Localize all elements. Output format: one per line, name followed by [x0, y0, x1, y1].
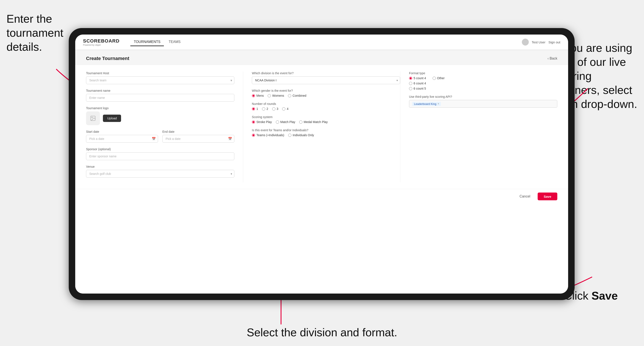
brand-subtitle: Powered by clippit [83, 44, 120, 46]
back-link[interactable]: ‹ Back [548, 57, 557, 60]
gender-womens-option[interactable]: Womens [268, 94, 284, 97]
rounds-1-label: 1 [256, 107, 258, 111]
tournament-name-input[interactable] [86, 94, 234, 102]
event-type-teams-radio[interactable] [252, 134, 255, 137]
end-date-input[interactable] [162, 135, 234, 143]
rounds-group: Number of rounds 1 2 [252, 102, 400, 111]
navbar: SCOREBOARD Powered by clippit TOURNAMENT… [75, 34, 568, 50]
third-party-group: Use third-party live scoring API? Leader… [409, 95, 557, 108]
annotation-bottom-right: Click Save [564, 289, 638, 303]
third-party-label: Use third-party live scoring API? [409, 95, 557, 98]
event-type-teams-option[interactable]: Teams (+Individuals) [252, 133, 284, 137]
calendar-icon-start: 📅 [152, 137, 156, 141]
venue-input[interactable] [86, 170, 234, 178]
scoring-label: Scoring system [252, 115, 400, 119]
gender-mens-option[interactable]: Mens [252, 94, 264, 97]
upload-button[interactable]: Upload [103, 115, 121, 122]
format-other-option[interactable]: Other [432, 76, 445, 80]
tag-close-icon[interactable]: × [438, 102, 439, 105]
rounds-3-label: 3 [277, 107, 278, 111]
rounds-2-label: 2 [266, 107, 268, 111]
format-row-1: 5 count 4 Other [409, 76, 557, 80]
annotation-top-left: Enter the tournament details. [6, 12, 67, 54]
third-party-tag: Leaderboard King × [412, 102, 441, 106]
format-6count4-option[interactable]: 6 count 4 [409, 82, 557, 85]
gender-combined-option[interactable]: Combined [288, 94, 306, 97]
nav-user: Test User [532, 40, 546, 44]
third-party-input-wrapper[interactable]: Leaderboard King × [409, 100, 557, 108]
nav-tournaments[interactable]: TOURNAMENTS [130, 38, 164, 46]
rounds-1-option[interactable]: 1 [252, 107, 258, 111]
scoring-match-option[interactable]: Match Play [276, 120, 295, 124]
form-col-1: Tournament Host ▾ Tournament name Tourna [86, 71, 243, 182]
form-col-2: Which division is the event for? NCAA Di… [243, 71, 400, 182]
tournament-name-group: Tournament name [86, 89, 234, 102]
venue-select-wrapper: ▾ [86, 170, 234, 178]
sponsor-label: Sponsor (optional) [86, 148, 234, 151]
start-date-label: Start date [86, 130, 158, 133]
nav-right: Test User Sign out [522, 39, 560, 45]
venue-group: Venue ▾ [86, 165, 234, 178]
format-6count5-option[interactable]: 6 count 5 [409, 87, 557, 90]
save-button[interactable]: Save [538, 192, 557, 200]
rounds-3-radio[interactable] [272, 107, 276, 111]
division-select-wrapper: NCAA Division I ▾ [252, 76, 400, 84]
scoring-group: Scoring system Stroke Play Match Play [252, 115, 400, 124]
sponsor-group: Sponsor (optional) [86, 148, 234, 160]
rounds-3-option[interactable]: 3 [272, 107, 278, 111]
format-6count5-label: 6 count 5 [414, 87, 426, 90]
event-type-individuals-option[interactable]: Individuals Only [288, 133, 314, 137]
end-date-wrapper: 📅 [162, 135, 234, 143]
rounds-1-radio[interactable] [252, 107, 255, 111]
division-label: Which division is the event for? [252, 71, 400, 75]
tournament-host-input[interactable] [86, 76, 234, 84]
calendar-icon-end: 📅 [228, 137, 232, 141]
format-6count4-label: 6 count 4 [414, 82, 426, 85]
rounds-2-option[interactable]: 2 [262, 107, 268, 111]
start-date-input[interactable] [86, 135, 158, 143]
format-type-options: 5 count 4 Other [409, 76, 557, 90]
brand-title: SCOREBOARD [83, 38, 120, 44]
logo-upload-area: Upload [86, 111, 234, 125]
scoring-stroke-radio[interactable] [252, 120, 255, 124]
gender-label: Which gender is the event for? [252, 89, 400, 92]
event-type-individuals-radio[interactable] [288, 134, 292, 137]
scoring-stroke-option[interactable]: Stroke Play [252, 120, 272, 124]
page-header: Create Tournament ‹ Back [75, 50, 568, 65]
format-type-group: Format type 5 count 4 Other [409, 71, 557, 90]
rounds-4-option[interactable]: 4 [282, 107, 288, 111]
rounds-label: Number of rounds [252, 102, 400, 106]
division-group: Which division is the event for? NCAA Di… [252, 71, 400, 84]
end-date-label: End date [162, 130, 234, 133]
scoring-match-label: Match Play [280, 120, 295, 124]
scoring-medal-match-radio[interactable] [299, 120, 302, 124]
scoring-medal-match-option[interactable]: Medal Match Play [299, 120, 328, 124]
format-6count5-radio[interactable] [409, 87, 412, 90]
format-row-3: 6 count 5 [409, 87, 557, 90]
cancel-button[interactable]: Cancel [515, 192, 534, 200]
nav-teams[interactable]: TEAMS [165, 38, 184, 46]
division-select[interactable]: NCAA Division I [252, 76, 400, 84]
scoring-match-radio[interactable] [276, 120, 279, 124]
format-5count4-option[interactable]: 5 count 4 [409, 76, 426, 80]
rounds-4-radio[interactable] [282, 107, 285, 111]
gender-combined-radio[interactable] [288, 94, 291, 97]
rounds-2-radio[interactable] [262, 107, 265, 111]
rounds-radio-group: 1 2 3 [252, 107, 400, 111]
annotation-bottom-center: Select the division and format. [247, 326, 397, 340]
format-6count4-radio[interactable] [409, 82, 412, 85]
sponsor-input[interactable] [86, 152, 234, 160]
form-body: Tournament Host ▾ Tournament name Tourna [75, 65, 568, 189]
gender-womens-radio[interactable] [268, 94, 271, 97]
format-5count4-radio[interactable] [409, 77, 412, 80]
rounds-4-label: 4 [287, 107, 288, 111]
app: SCOREBOARD Powered by clippit TOURNAMENT… [75, 34, 568, 294]
main-content: Tournament Host ▾ Tournament name Tourna [75, 65, 568, 294]
tournament-name-label: Tournament name [86, 89, 234, 92]
format-other-radio[interactable] [432, 77, 436, 80]
page-title: Create Tournament [86, 56, 129, 61]
sign-out-link[interactable]: Sign out [548, 40, 560, 44]
scoring-medal-match-label: Medal Match Play [304, 120, 328, 124]
scoring-stroke-label: Stroke Play [256, 120, 272, 124]
gender-mens-radio[interactable] [252, 94, 255, 97]
